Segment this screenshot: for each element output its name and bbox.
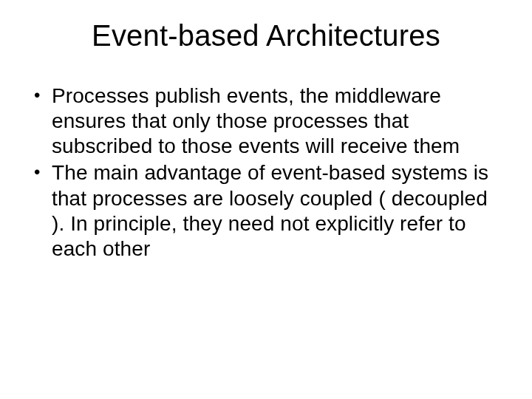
- slide-title: Event-based Architectures: [30, 19, 502, 52]
- list-item: Processes publish events, the middleware…: [30, 83, 502, 159]
- bullet-list: Processes publish events, the middleware…: [30, 83, 502, 262]
- list-item: The main advantage of event-based system…: [30, 160, 502, 262]
